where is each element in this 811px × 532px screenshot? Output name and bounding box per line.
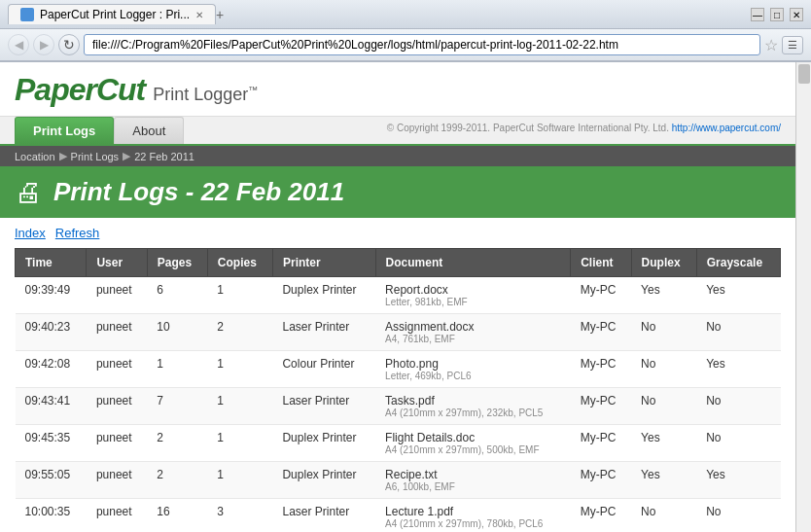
cell-pages: 2 [147,462,207,499]
copyright-link[interactable]: http://www.papercut.com/ [672,123,781,133]
scrollbar-vertical[interactable] [795,62,811,532]
breadcrumb-item-0: Print Logs [71,151,120,162]
copyright: © Copyright 1999-2011. PaperCut Software… [387,123,781,139]
cell-client: My-PC [571,314,631,351]
col-header-duplex: Duplex [631,249,696,277]
back-button[interactable]: ◀ [8,34,29,55]
cell-grayscale: No [696,388,780,425]
scrollbar-thumb[interactable] [798,64,810,84]
cell-duplex: No [631,351,696,388]
reload-button[interactable]: ↻ [58,34,80,55]
logo-logger: Print Logger™ [153,85,258,105]
cell-time: 09:55:05 [16,462,87,499]
tab-favicon [20,8,34,21]
cell-grayscale: Yes [696,462,780,499]
doc-meta: A4 (210mm x 297mm), 780kb, PCL6 [385,518,561,529]
cell-time: 09:40:23 [16,314,87,351]
doc-name: Flight Details.doc [385,431,561,444]
page-content: PaperCut Print Logger™ Print Logs About … [0,62,795,532]
doc-meta: Letter, 981kb, EMF [385,297,561,307]
tab-title: PaperCut Print Logger : Pri... [40,8,190,21]
forward-button[interactable]: ▶ [33,34,54,55]
doc-meta: A4, 761kb, EMF [385,334,561,344]
cell-grayscale: No [696,425,780,462]
window-controls: — □ ✕ [751,8,803,21]
tab-close-button[interactable]: ✕ [195,10,203,20]
cell-document: Lecture 1.pdf A4 (210mm x 297mm), 780kb,… [375,499,571,533]
cell-grayscale: Yes [696,277,780,314]
cell-duplex: No [631,388,696,425]
cell-duplex: Yes [631,425,696,462]
doc-name: Lecture 1.pdf [385,505,561,518]
cell-time: 09:42:08 [16,351,87,388]
tab-print-logs[interactable]: Print Logs [15,117,114,144]
page-title: Print Logs - 22 Feb 2011 [53,177,344,207]
address-bar[interactable] [84,34,760,55]
table-header-row: Time User Pages Copies Printer Document … [16,249,781,277]
bookmark-button[interactable]: ☆ [764,36,778,54]
table-row: 09:40:23 puneet 10 2 Laser Printer Assig… [16,314,781,351]
table-row: 09:42:08 puneet 1 1 Colour Printer Photo… [16,351,781,388]
cell-user: puneet [87,314,147,351]
cell-duplex: Yes [631,462,696,499]
col-header-pages: Pages [147,249,207,277]
menu-button[interactable]: ☰ [782,36,803,54]
doc-name: Tasks.pdf [385,394,561,408]
print-log-table: Time User Pages Copies Printer Document … [15,248,781,532]
cell-client: My-PC [571,351,631,388]
col-header-time: Time [16,249,87,277]
cell-copies: 3 [207,499,272,533]
logo-area: PaperCut Print Logger™ [15,72,781,108]
browser-titlebar: PaperCut Print Logger : Pri... ✕ + — □ ✕ [0,0,811,29]
browser-chrome: PaperCut Print Logger : Pri... ✕ + — □ ✕… [0,0,811,62]
cell-document: Flight Details.doc A4 (210mm x 297mm), 5… [375,425,571,462]
index-link[interactable]: Index [15,226,46,240]
cell-user: puneet [87,277,147,314]
cell-client: My-PC [571,425,631,462]
doc-meta: A4 (210mm x 297mm), 500kb, EMF [385,444,561,455]
tab-about[interactable]: About [114,117,184,144]
refresh-link[interactable]: Refresh [55,226,100,240]
table-row: 10:00:35 puneet 16 3 Laser Printer Lectu… [16,499,781,533]
cell-client: My-PC [571,388,631,425]
table-row: 09:55:05 puneet 2 1 Duplex Printer Recip… [16,462,781,499]
cell-printer: Colour Printer [272,351,375,388]
col-header-grayscale: Grayscale [696,249,780,277]
close-button[interactable]: ✕ [790,8,803,21]
new-tab-button[interactable]: + [216,7,224,22]
table-row: 09:39:49 puneet 6 1 Duplex Printer Repor… [16,277,781,314]
doc-name: Recipe.txt [385,468,561,481]
breadcrumb: Location ▶ Print Logs ▶ 22 Feb 2011 [0,146,795,166]
table-row: 09:43:41 puneet 7 1 Laser Printer Tasks.… [16,388,781,425]
cell-time: 09:45:35 [16,425,87,462]
cell-client: My-PC [571,462,631,499]
printer-icon: 🖨 [15,176,42,208]
browser-tab[interactable]: PaperCut Print Logger : Pri... ✕ [8,4,216,24]
cell-pages: 2 [147,425,207,462]
cell-document: Recipe.txt A6, 100kb, EMF [375,462,571,499]
col-header-user: User [87,249,147,277]
cell-printer: Laser Printer [272,314,375,351]
breadcrumb-location-label: Location [15,151,55,162]
breadcrumb-item-1: 22 Feb 2011 [134,151,194,162]
cell-copies: 1 [207,425,272,462]
tab-bar: Print Logs About © Copyright 1999-2011. … [0,117,795,146]
browser-navbar: ◀ ▶ ↻ ☆ ☰ [0,29,811,61]
cell-pages: 6 [147,277,207,314]
doc-name: Photo.png [385,357,561,371]
maximize-button[interactable]: □ [770,8,784,21]
table-row: 09:45:35 puneet 2 1 Duplex Printer Fligh… [16,425,781,462]
cell-client: My-PC [571,499,631,533]
cell-copies: 2 [207,314,272,351]
doc-name: Assignment.docx [385,320,561,334]
cell-grayscale: No [696,314,780,351]
cell-printer: Laser Printer [272,388,375,425]
cell-document: Photo.png Letter, 469kb, PCL6 [375,351,571,388]
cell-client: My-PC [571,277,631,314]
minimize-button[interactable]: — [751,8,764,21]
cell-duplex: No [631,499,696,533]
cell-copies: 1 [207,351,272,388]
logo-papercut: PaperCut [15,72,145,108]
actions-bar: Index Refresh [0,218,795,248]
cell-grayscale: Yes [696,351,780,388]
